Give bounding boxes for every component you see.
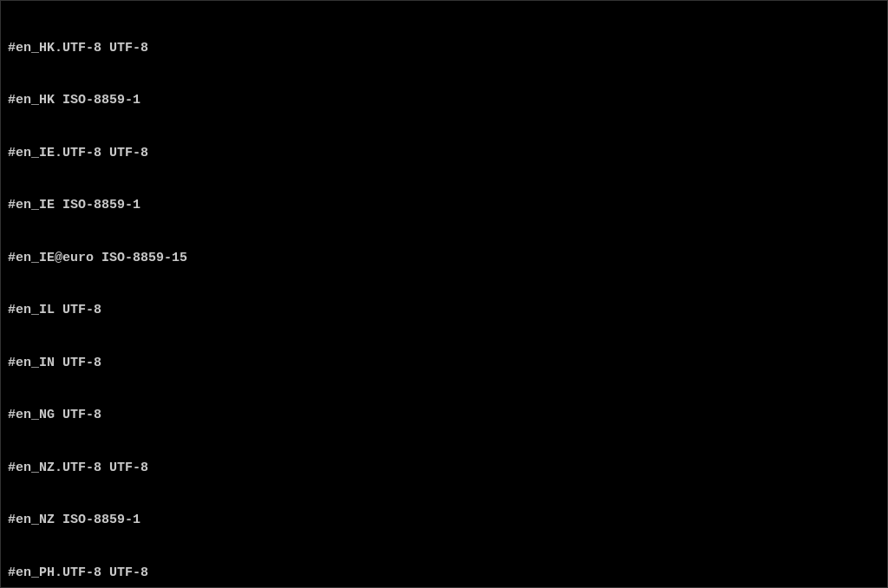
locale-line: #en_IE@euro ISO-8859-15 [8,250,880,267]
locale-line: #en_IE ISO-8859-1 [8,197,880,214]
terminal-editor[interactable]: #en_HK.UTF-8 UTF-8 #en_HK ISO-8859-1 #en… [8,4,880,588]
locale-line: #en_PH.UTF-8 UTF-8 [8,565,880,582]
locale-line: #en_NG UTF-8 [8,407,880,424]
locale-line: #en_HK ISO-8859-1 [8,92,880,109]
locale-line: #en_NZ ISO-8859-1 [8,512,880,529]
locale-line: #en_IN UTF-8 [8,355,880,372]
locale-line: #en_NZ.UTF-8 UTF-8 [8,460,880,477]
locale-line: #en_IL UTF-8 [8,302,880,319]
locale-line: #en_IE.UTF-8 UTF-8 [8,145,880,162]
locale-line: #en_HK.UTF-8 UTF-8 [8,40,880,57]
